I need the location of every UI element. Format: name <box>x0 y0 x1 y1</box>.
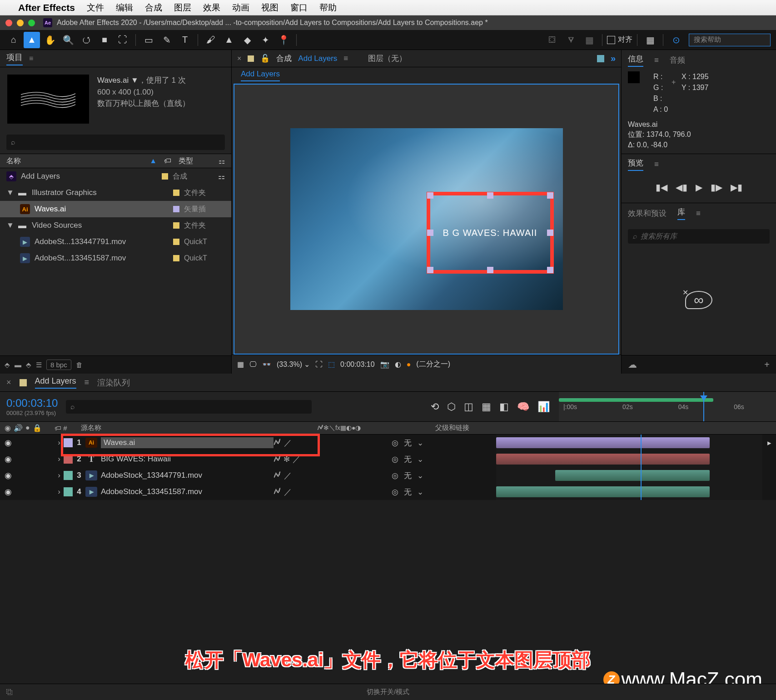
next-frame-button[interactable]: ▮▶ <box>711 182 722 193</box>
menu-view[interactable]: 视图 <box>261 2 279 14</box>
library-search-input[interactable]: ⌕ 搜索所有库 <box>628 229 770 244</box>
transform-handle[interactable] <box>547 267 553 273</box>
timeline-ruler[interactable]: |:00s 02s 04s 06s <box>559 392 776 421</box>
layer-bar[interactable] <box>496 486 710 497</box>
mask-icon[interactable]: 👓 <box>262 360 271 369</box>
label-swatch[interactable] <box>173 222 179 229</box>
brain-icon[interactable]: 🧠 <box>517 401 529 413</box>
transform-handle[interactable] <box>427 230 433 236</box>
info-tab[interactable]: 信息 <box>628 54 643 67</box>
pickwhip-icon[interactable]: ◎ <box>392 438 398 448</box>
solo-column-icon[interactable]: ● <box>25 424 30 432</box>
project-search-input[interactable]: ⌕ <box>6 135 225 150</box>
chart-icon[interactable]: 📊 <box>537 401 550 413</box>
monitor-icon[interactable]: 🖵 <box>249 360 257 369</box>
transform-handle[interactable] <box>427 267 433 273</box>
twisty-icon[interactable]: › <box>55 471 64 480</box>
twisty-icon[interactable]: › <box>55 487 64 496</box>
project-row-mov[interactable]: ▶ AdobeSt...133451587.mov QuickT <box>0 250 231 266</box>
layer-name[interactable]: Waves.ai <box>101 437 274 448</box>
expand-icon[interactable]: » <box>611 53 616 64</box>
motion-blur-icon[interactable]: ▦ <box>482 401 491 413</box>
column-name[interactable]: 名称 <box>6 156 146 166</box>
app-name[interactable]: After Effects <box>18 2 75 13</box>
search-help-input[interactable]: 搜索帮助 <box>689 34 771 46</box>
column-type[interactable]: 类型 <box>179 156 215 166</box>
project-row-mov[interactable]: ▶ AdobeSt...133447791.mov QuickT <box>0 234 231 250</box>
region-icon[interactable]: ⬚ <box>328 360 335 369</box>
shy-icon[interactable]: ⟲ <box>431 401 439 413</box>
layer-tab[interactable]: 图层（无） <box>368 53 407 64</box>
close-tab-icon[interactable]: × <box>237 55 241 63</box>
menu-composition[interactable]: 合成 <box>145 2 162 14</box>
lock-column-icon[interactable]: 🔒 <box>33 424 42 432</box>
timeline-layer-row[interactable]: ◉ › 1 Ai Waves.ai 🗲／ ◎无⌄ ▸ <box>0 435 776 451</box>
flowchart-icon[interactable]: ⚏ <box>218 172 225 181</box>
grid-icon[interactable]: ▦ <box>237 360 244 369</box>
prev-frame-button[interactable]: ◀▮ <box>676 182 687 193</box>
label-column-icon[interactable]: 🏷 <box>55 424 61 432</box>
layer-bar[interactable] <box>555 470 710 481</box>
zoom-tool-icon[interactable]: 🔍 <box>60 32 76 48</box>
menu-window[interactable]: 窗口 <box>290 2 308 14</box>
transform-handle[interactable] <box>487 267 493 273</box>
project-row-ai[interactable]: Ai Waves.ai 矢量插 <box>0 201 231 217</box>
transform-handle[interactable] <box>427 192 433 199</box>
layer-name[interactable]: BIG WAVES: Hawaii <box>101 455 274 464</box>
panel-menu-icon[interactable]: ≡ <box>85 378 90 387</box>
puppet-tool-icon[interactable]: 📍 <box>275 32 292 48</box>
source-name-column[interactable]: 源名称 <box>81 424 317 432</box>
twisty-icon[interactable]: ▼ <box>6 188 13 197</box>
label-swatch[interactable] <box>173 255 179 261</box>
transform-handle[interactable] <box>547 230 553 236</box>
label-swatch[interactable] <box>64 438 73 447</box>
workspace-icon[interactable]: ▦ <box>642 32 658 48</box>
label-swatch[interactable] <box>64 471 73 480</box>
rectangle-tool-icon[interactable]: ▭ <box>140 32 157 48</box>
selection-tool-icon[interactable]: ▲ <box>24 32 40 48</box>
last-frame-button[interactable]: ▶▮ <box>731 182 742 193</box>
draft3d-icon[interactable]: ⬡ <box>447 401 456 413</box>
3d-mesh-icon[interactable]: ▦ <box>581 32 597 48</box>
visibility-toggle[interactable]: ◉ <box>5 454 12 464</box>
label-swatch[interactable] <box>64 487 73 496</box>
new-folder-icon[interactable]: ▬ <box>15 361 21 369</box>
comp-breadcrumb[interactable]: Add Layers <box>241 70 280 81</box>
camera-tool-icon[interactable]: ■ <box>96 32 113 48</box>
label-swatch[interactable] <box>64 455 73 464</box>
home-icon[interactable]: ⌂ <box>5 32 22 48</box>
project-row-comp[interactable]: ⬘ Add Layers 合成 ⚏ <box>0 168 231 185</box>
menu-effect[interactable]: 效果 <box>203 2 220 14</box>
trash-icon[interactable]: 🗑 <box>76 361 83 369</box>
brush-tool-icon[interactable]: 🖌 <box>203 32 219 48</box>
layer-bar[interactable] <box>496 454 710 465</box>
color-icon[interactable]: ● <box>407 360 411 369</box>
layer-name[interactable]: AdobeStock_133447791.mov <box>101 471 274 480</box>
preview-tab[interactable]: 预览 <box>628 158 643 171</box>
panel-menu-icon[interactable]: ≡ <box>654 56 659 65</box>
eraser-tool-icon[interactable]: ◆ <box>239 32 255 48</box>
menu-file[interactable]: 文件 <box>87 2 104 14</box>
visibility-toggle[interactable]: ◉ <box>5 438 12 448</box>
asset-name[interactable]: Waves.ai ▼ <box>97 76 139 85</box>
panel-menu-icon[interactable]: ≡ <box>696 209 701 218</box>
render-queue-tab[interactable]: 渲染队列 <box>97 377 130 388</box>
menu-edit[interactable]: 编辑 <box>116 2 133 14</box>
timeline-layer-row[interactable]: ◉ › 3 ▶ AdobeStock_133447791.mov 🗲／ ◎无⌄ <box>0 467 776 484</box>
visibility-toggle[interactable]: ◉ <box>5 487 12 497</box>
timeline-layer-row[interactable]: ◉ › 4 ▶ AdobeStock_133451587.mov 🗲／ ◎无⌄ <box>0 484 776 500</box>
search-icon[interactable]: ⊙ <box>668 32 684 48</box>
pan-behind-tool-icon[interactable]: ⛶ <box>114 32 131 48</box>
timeline-search-input[interactable]: ⌕ <box>66 400 312 414</box>
expand-icon[interactable]: ⿻ <box>6 688 13 696</box>
minimize-window-button[interactable] <box>17 20 24 26</box>
flowchart-icon[interactable]: ⚏ <box>219 157 225 165</box>
snapping-toggle[interactable]: 对齐 <box>607 35 632 45</box>
current-time[interactable]: 0:00:03:10 <box>340 360 375 369</box>
resolution-icon[interactable]: ⛶ <box>315 360 323 369</box>
menu-layer[interactable]: 图层 <box>174 2 191 14</box>
label-swatch[interactable] <box>173 206 179 212</box>
sort-icon[interactable]: ▲ <box>149 157 157 165</box>
layer-bar[interactable] <box>496 437 710 448</box>
composition-viewer[interactable]: B G WAVES: HAWAII <box>234 84 619 355</box>
